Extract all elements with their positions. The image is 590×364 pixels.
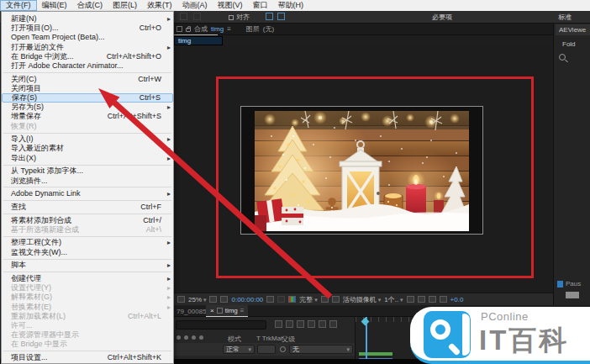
show-channels-icon[interactable]: [288, 296, 296, 303]
file-menu-item[interactable]: 基于所选项新建合成Alt+\: [2, 225, 173, 235]
file-menu-item[interactable]: 导入(I)▸: [2, 135, 173, 144]
timeline-tab-partial[interactable]: 79_00085: [176, 308, 207, 315]
file-menu-item[interactable]: 将素材添加到合成Ctrl+/: [2, 216, 173, 225]
mask-visibility-icon[interactable]: [220, 296, 228, 303]
lock-icon[interactable]: [199, 335, 203, 340]
file-menu-item[interactable]: 另存为(S)▸: [2, 103, 173, 112]
magnification-select[interactable]: 25% ▾: [188, 296, 206, 303]
file-menu-item[interactable]: 打开最近的文件▸: [2, 43, 173, 52]
pickwhip-icon[interactable]: [280, 346, 286, 352]
panel-menu-icon[interactable]: ≡: [227, 25, 231, 33]
marquee-tool-icon[interactable]: [277, 13, 285, 20]
file-menu-item[interactable]: 打开项目(O)...Ctrl+O: [2, 24, 173, 33]
menubar-item[interactable]: 帮助(H): [273, 0, 309, 11]
selection-tool-icon[interactable]: [180, 13, 187, 20]
menubar-item[interactable]: 动画(A): [177, 0, 213, 11]
file-menu-item[interactable]: 保存(S)Ctrl+S: [2, 93, 173, 103]
timeline-button-icon[interactable]: [429, 296, 436, 303]
layer-tab-label[interactable]: 图层: [246, 24, 260, 34]
trkmat-select[interactable]: [257, 345, 276, 354]
menubar-item[interactable]: 文件(F): [0, 0, 37, 11]
audio-icon[interactable]: [184, 335, 188, 340]
menubar-item[interactable]: 效果(T): [142, 0, 177, 11]
resolution-select[interactable]: 完整 ▾: [299, 295, 317, 304]
file-menu-item[interactable]: 替换素材(E)▸: [2, 303, 173, 312]
timeline-search-input[interactable]: [176, 320, 266, 330]
workspace-standard[interactable]: 标准: [558, 13, 572, 22]
file-menu-item[interactable]: 监视文件夹(W)...: [2, 248, 173, 257]
composition-tab-name[interactable]: timg: [211, 25, 224, 33]
file-menu-item[interactable]: 设置代理(Y)▸: [2, 283, 173, 293]
file-menu-item[interactable]: 恢复(R): [2, 122, 173, 131]
composition-tab-label[interactable]: 合成: [194, 24, 208, 34]
solo-icon[interactable]: [192, 335, 196, 340]
puppet-tool-icon[interactable]: [266, 13, 273, 20]
file-menu-item[interactable]: 从 Typekit 添加字体...: [2, 166, 173, 176]
fast-previews-icon[interactable]: [418, 296, 425, 303]
file-menu-item[interactable]: 查找Ctrl+F: [2, 203, 173, 212]
transparency-grid-icon[interactable]: [332, 296, 340, 303]
snap-toggle[interactable]: 对齐: [229, 13, 250, 22]
eye-icon[interactable]: [176, 335, 181, 340]
file-menu-item[interactable]: 关闭项目: [2, 84, 173, 93]
file-menu-item[interactable]: 脚本▸: [2, 261, 173, 270]
menubar-item[interactable]: 合成(C): [72, 0, 108, 11]
close-icon[interactable]: ×: [210, 307, 214, 314]
file-menu-item[interactable]: 解释素材(G)▸: [2, 293, 173, 302]
file-menu-item[interactable]: Adobe Dynamic Link▸: [2, 189, 173, 198]
hide-shy-layers-icon[interactable]: [297, 320, 304, 328]
grid-guides-icon[interactable]: [209, 296, 217, 303]
view-layout-select[interactable]: 1个.. ▾: [384, 295, 403, 304]
file-menu-item[interactable]: 创建代理▸: [2, 274, 173, 283]
right-panel-tab[interactable]: AEViewe: [556, 24, 590, 35]
file-menu-item[interactable]: 在资源管理器中显示: [2, 330, 173, 340]
timeline-tab-name: timg: [225, 307, 238, 314]
lock-icon[interactable]: [186, 28, 191, 32]
file-menu-item[interactable]: 整理工程(文件)▸: [2, 238, 173, 247]
timeline-tab-active[interactable]: × timg ≡: [206, 305, 248, 317]
exposure-value[interactable]: +0.0: [450, 296, 464, 303]
chevron-down-icon: ▾: [398, 297, 403, 303]
menubar-item[interactable]: 窗口: [248, 0, 273, 11]
file-menu-item[interactable]: 增量保存Ctrl+Alt+Shift+S: [2, 112, 173, 121]
mini-flowchart-icon[interactable]: [275, 320, 282, 328]
workspace-essential[interactable]: 必要项: [432, 13, 452, 22]
draft-3d-icon[interactable]: [286, 320, 293, 328]
file-menu-item[interactable]: 关闭(C)Ctrl+W: [2, 75, 173, 84]
blend-mode-select[interactable]: 正常 ▾: [223, 345, 255, 354]
motion-blur-icon[interactable]: [319, 320, 326, 328]
flowchart-button-icon[interactable]: [440, 296, 447, 303]
menubar-item[interactable]: 视图(V): [213, 0, 248, 11]
hand-tool-icon[interactable]: [193, 13, 201, 20]
pause-row[interactable]: Paus: [557, 280, 581, 288]
file-menu-item[interactable]: 导出(X)▸: [2, 154, 173, 163]
file-menu-item[interactable]: Open Team Project (Beta)...: [2, 33, 173, 42]
show-snapshot-icon[interactable]: [277, 296, 285, 303]
frame-blend-icon[interactable]: [308, 320, 315, 328]
menubar-item[interactable]: 编辑(E): [37, 0, 72, 11]
snapshot-camera-icon[interactable]: [266, 296, 274, 303]
file-menu-item[interactable]: 许可...: [2, 321, 173, 330]
folder-label[interactable]: Fold: [562, 40, 576, 48]
file-menu-item[interactable]: 打开 Adobe Character Animator...: [2, 61, 173, 71]
file-menu-item[interactable]: 新建(N)▸: [2, 14, 173, 24]
file-menu-item[interactable]: 重新加载素材(L)Ctrl+Alt+L: [2, 312, 173, 321]
file-menu-item[interactable]: 导入最近的素材▸: [2, 144, 173, 153]
current-time[interactable]: 0:00:00:00: [231, 296, 263, 303]
file-menu-item[interactable]: 在 Bridge 中显示: [2, 340, 173, 349]
region-of-interest-icon[interactable]: [321, 296, 329, 303]
graph-editor-icon[interactable]: [329, 320, 337, 328]
camera-select[interactable]: 活动摄像机 ▾: [343, 295, 381, 304]
menubar-item[interactable]: 图层(L): [108, 0, 142, 11]
parent-select[interactable]: 无 ▾: [289, 345, 353, 354]
layer-bar-green[interactable]: [359, 352, 392, 356]
pause-icon: [557, 281, 563, 288]
pixel-aspect-icon[interactable]: [407, 296, 414, 303]
file-menu-item[interactable]: 项目设置...Ctrl+Alt+Shift+K: [2, 353, 173, 362]
submenu-arrow-icon: ▸: [164, 293, 171, 302]
always-preview-icon[interactable]: [177, 296, 185, 303]
search-icon[interactable]: [559, 54, 566, 62]
file-menu-item[interactable]: 在 Bridge 中浏览...Ctrl+Alt+Shift+O: [2, 52, 173, 61]
panel-menu-icon[interactable]: ≡: [240, 307, 245, 314]
file-menu-item[interactable]: 浏览插件...: [2, 177, 173, 186]
